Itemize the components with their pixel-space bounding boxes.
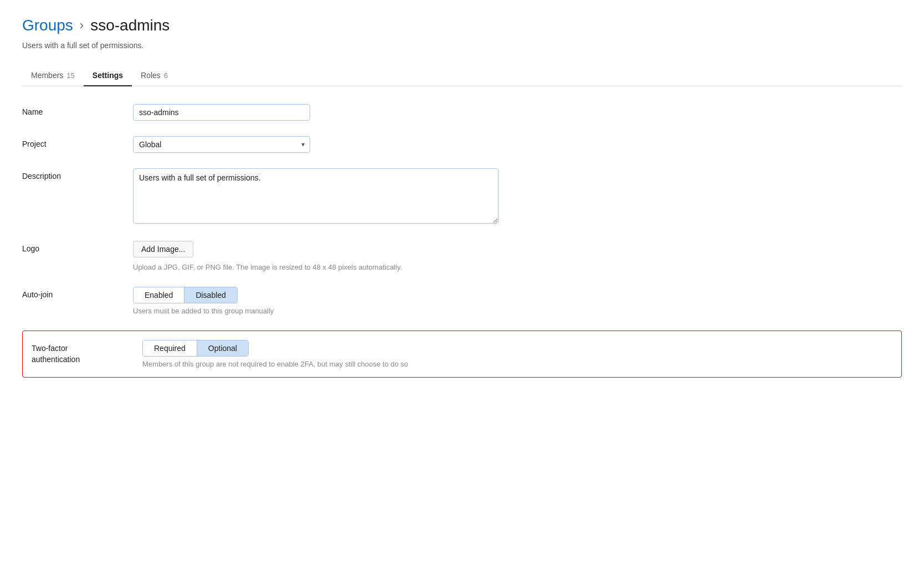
auto-join-row: Auto-join Enabled Disabled Users must be… [22, 287, 902, 315]
two-factor-required-btn[interactable]: Required [143, 340, 197, 356]
tab-members-badge: 15 [66, 71, 74, 80]
breadcrumb-groups-link[interactable]: Groups [22, 17, 73, 34]
project-label: Project [22, 136, 111, 148]
project-select[interactable]: Global [133, 136, 310, 153]
description-textarea[interactable]: Users with a full set of permissions. [133, 168, 499, 224]
add-image-button[interactable]: Add Image... [133, 241, 193, 257]
auto-join-enabled-btn[interactable]: Enabled [134, 287, 184, 303]
tab-roles-badge: 6 [164, 71, 168, 80]
auto-join-toggle-group: Enabled Disabled [133, 287, 238, 303]
auto-join-label: Auto-join [22, 287, 111, 299]
logo-row: Logo Add Image... Upload a JPG, GIF, or … [22, 241, 902, 271]
two-factor-hint: Members of this group are not required t… [142, 360, 892, 368]
tab-roles[interactable]: Roles 6 [132, 65, 177, 86]
name-row: Name [22, 104, 902, 121]
two-factor-control: Required Optional Members of this group … [142, 340, 892, 368]
project-select-wrapper: Global ▾ [133, 136, 310, 153]
auto-join-disabled-btn[interactable]: Disabled [184, 287, 237, 303]
description-label: Description [22, 168, 111, 180]
logo-hint: Upload a JPG, GIF, or PNG file. The imag… [133, 263, 902, 271]
tab-members[interactable]: Members 15 [22, 65, 84, 86]
tab-settings-label: Settings [93, 71, 123, 80]
name-control [133, 104, 902, 121]
auto-join-hint: Users must be added to this group manual… [133, 307, 902, 315]
breadcrumb-current: sso-admins [90, 17, 170, 34]
name-label: Name [22, 104, 111, 116]
page-header: Groups › sso-admins [22, 17, 902, 34]
two-factor-toggle-group: Required Optional [142, 340, 249, 357]
two-factor-optional-btn[interactable]: Optional [197, 340, 248, 356]
breadcrumb-separator: › [80, 18, 84, 33]
description-control: Users with a full set of permissions. [133, 168, 902, 225]
settings-form: Name Project Global ▾ Description Users … [22, 104, 902, 378]
logo-label: Logo [22, 241, 111, 253]
two-factor-row: Two-factor authentication Required Optio… [22, 331, 902, 378]
tabs-bar: Members 15 Settings Roles 6 [22, 65, 902, 86]
logo-control: Add Image... Upload a JPG, GIF, or PNG f… [133, 241, 902, 271]
page-subtitle: Users with a full set of permissions. [22, 41, 902, 50]
project-row: Project Global ▾ [22, 136, 902, 153]
two-factor-label: Two-factor authentication [32, 340, 120, 365]
tab-roles-label: Roles [141, 71, 161, 80]
name-input[interactable] [133, 104, 310, 121]
tab-settings[interactable]: Settings [84, 65, 132, 86]
description-row: Description Users with a full set of per… [22, 168, 902, 225]
tab-members-label: Members [31, 71, 63, 80]
auto-join-control: Enabled Disabled Users must be added to … [133, 287, 902, 315]
project-control: Global ▾ [133, 136, 902, 153]
